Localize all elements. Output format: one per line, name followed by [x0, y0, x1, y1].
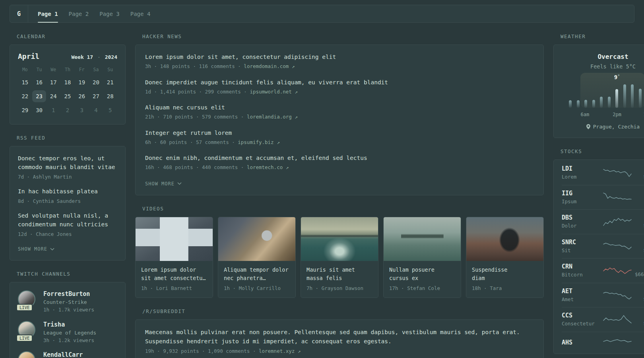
video-meta: 1h · Molly Carrillo	[224, 285, 290, 292]
video-title[interactable]: Lorem ipsum dolor sit amet consectetu…	[141, 266, 207, 282]
hn-item-meta: 3h · 148 points · 116 comments · loremdo…	[145, 63, 534, 70]
hn-item-title[interactable]: Donec enim nibh, condimentum et accumsan…	[145, 154, 534, 162]
calendar-month: April	[18, 52, 39, 60]
channel-name[interactable]: Trisha	[43, 321, 96, 328]
show-more-label: SHOW MORE	[18, 246, 47, 252]
stock-name: Bitcorn	[562, 271, 600, 278]
channel-name[interactable]: ForrestBurton	[43, 290, 94, 298]
reddit-post-domain[interactable]: loremnet.xyz ↗	[259, 348, 301, 354]
video-card[interactable]: Nullam posuere cursus ex17h · Stefan Col…	[383, 217, 461, 298]
twitch-channel[interactable]: LIVEKendallCarr	[18, 351, 117, 358]
tab-page-4[interactable]: Page 4	[130, 5, 151, 22]
avatar: LIVE	[18, 351, 37, 358]
stock-row[interactable]: SNRCSit+1.36%$148.64	[562, 234, 644, 259]
videos-widget: VIDEOS Lorem ipsum dolor sit amet consec…	[135, 206, 544, 298]
video-card[interactable]: Suspendisse diam18h · Tara	[466, 217, 544, 298]
weather-bar	[592, 100, 595, 108]
hn-item-title[interactable]: Lorem ipsum dolor sit amet, consectetur …	[145, 53, 534, 61]
weather-section-title: WEATHER	[561, 33, 644, 39]
video-thumbnail	[301, 217, 378, 261]
stock-symbol[interactable]: LDI	[562, 165, 600, 172]
stock-row[interactable]: LDILorem+4.35%$795.18	[562, 161, 644, 185]
nav-tabs: Page 1Page 2Page 3Page 4	[28, 5, 160, 22]
video-title[interactable]: Suspendisse diam	[472, 266, 538, 282]
video-title[interactable]: Nullam posuere cursus ex	[389, 266, 455, 282]
calendar-day: 15	[18, 76, 32, 88]
hn-item-domain[interactable]: loremlandia.org ↗	[247, 114, 298, 120]
stock-symbol[interactable]: DBS	[562, 214, 600, 221]
hn-item-domain[interactable]: loremtech.co ↗	[247, 164, 289, 170]
stock-sparkline	[603, 265, 632, 276]
stock-row[interactable]: CRNBitcorn-1.00%$66,171.48	[562, 258, 644, 283]
stock-sparkline	[603, 191, 632, 203]
video-card[interactable]: Aliquam tempor dolor nec pharetra…1h · M…	[218, 217, 296, 298]
stock-row[interactable]: IIGIpsum+2.84%$42.04	[562, 185, 644, 210]
video-card[interactable]: Lorem ipsum dolor sit amet consectetu…1h…	[135, 217, 213, 298]
hn-item-title[interactable]: Donec imperdiet augue tincidunt felis al…	[145, 78, 534, 87]
twitch-list: LIVEForrestBurtonCounter-Strike1h · 1.7k…	[18, 290, 117, 358]
stock-values: +0.92%$499.72	[635, 288, 644, 303]
separator-dot: ·	[96, 54, 102, 60]
twitch-channel[interactable]: LIVEForrestBurtonCounter-Strike1h · 1.7k…	[18, 290, 117, 313]
reddit-widget: /R/SUBREDDIT Maecenas mollis pulvinar er…	[135, 308, 544, 358]
calendar-day: 24	[46, 90, 60, 102]
stock-name: Amet	[562, 296, 600, 303]
stock-price: $66,171.48	[635, 271, 644, 278]
stock-values: +2.84%$42.04	[635, 190, 644, 205]
hacker-news-card: Lorem ipsum dolor sit amet, consectetur …	[135, 45, 544, 195]
stock-symbol[interactable]: CRN	[562, 263, 600, 270]
calendar-card: April Week 17 · 2024 MoTuWeThFrSaSu15161…	[10, 45, 126, 125]
reddit-post-title[interactable]: Maecenas mollis pulvinar erat non posuer…	[145, 328, 534, 346]
channel-game: Counter-Strike	[43, 299, 94, 305]
channel-info: KendallCarr	[43, 351, 83, 358]
twitch-channel[interactable]: LIVETrishaLeague of Legends3h · 1.2k vie…	[18, 321, 117, 344]
stock-row[interactable]: AETAmet+0.92%$499.72	[562, 283, 644, 307]
hn-item-domain[interactable]: ipsumify.biz ↗	[238, 139, 279, 145]
stock-info: SNRCSit	[562, 239, 600, 254]
hn-item-title[interactable]: Integer eget rutrum lorem	[145, 129, 534, 137]
stock-row[interactable]: AHS+0.46%	[562, 332, 644, 353]
stock-values: +1.36%$148.64	[635, 239, 644, 254]
reddit-post: Maecenas mollis pulvinar erat non posuer…	[145, 328, 534, 355]
video-title[interactable]: Mauris sit amet massa felis	[306, 266, 372, 282]
weather-bar	[623, 84, 626, 108]
stock-row[interactable]: DBSDolor+1.42%$156.28	[562, 209, 644, 234]
weather-bar	[577, 100, 580, 108]
stock-symbol[interactable]: SNRC	[562, 239, 600, 246]
chevron-down-icon	[50, 248, 54, 251]
hn-item-domain[interactable]: ipsumworld.net ↗	[250, 89, 297, 95]
video-title[interactable]: Aliquam tempor dolor nec pharetra…	[224, 266, 290, 282]
stock-symbol[interactable]: AHS	[562, 339, 600, 346]
video-meta: 7h · Grayson Dawson	[306, 285, 372, 292]
tab-page-2[interactable]: Page 2	[69, 5, 89, 22]
tab-page-3[interactable]: Page 3	[99, 5, 120, 22]
rss-item-title[interactable]: Sed volutpat nulla nisl, a condimentum n…	[18, 212, 117, 229]
stock-row[interactable]: CCSConsectetur+0.51%$165.84	[562, 307, 644, 332]
calendar-week-info: Week 17 · 2024	[71, 54, 117, 60]
calendar-section-title: CALENDAR	[17, 33, 126, 39]
stock-sparkline	[603, 313, 632, 325]
channel-name[interactable]: KendallCarr	[43, 351, 83, 358]
calendar-day: 18	[60, 76, 75, 88]
hn-show-more-button[interactable]: SHOW MORE	[145, 181, 182, 187]
rss-show-more-button[interactable]: SHOW MORE	[18, 246, 54, 252]
stock-symbol[interactable]: CCS	[562, 312, 600, 319]
weather-card: Overcast Feels like 5°C 9° 6am2pm10pm Pr…	[553, 45, 644, 138]
weather-bar	[584, 100, 587, 108]
hn-item-title[interactable]: Aliquam nec cursus elit	[145, 103, 534, 112]
weather-bar	[631, 84, 634, 108]
hn-item-domain[interactable]: loremdomain.com ↗	[244, 63, 295, 69]
hn-item: Donec imperdiet augue tincidunt felis al…	[145, 78, 534, 95]
hn-item: Lorem ipsum dolor sit amet, consectetur …	[145, 53, 534, 70]
stock-symbol[interactable]: AET	[562, 288, 600, 295]
stock-symbol[interactable]: IIG	[562, 190, 600, 197]
rss-item-title[interactable]: Donec tempor eros leo, ut commodo mauris…	[18, 154, 117, 172]
tab-page-1[interactable]: Page 1	[38, 5, 58, 22]
rss-item-title[interactable]: In hac habitasse platea	[18, 187, 117, 196]
video-card[interactable]: Mauris sit amet massa felis7h · Grayson …	[301, 217, 378, 298]
video-thumbnail	[218, 217, 295, 261]
calendar-day: 30	[32, 104, 47, 116]
weather-bar	[569, 100, 572, 108]
stocks-card: LDILorem+4.35%$795.18IIGIpsum+2.84%$42.0…	[553, 160, 644, 354]
rss-item: Sed volutpat nulla nisl, a condimentum n…	[18, 212, 117, 237]
